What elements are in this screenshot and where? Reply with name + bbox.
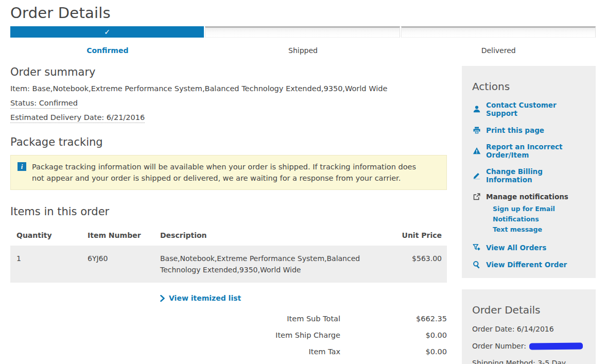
ship-charge-value: $0.00 — [340, 331, 447, 339]
email-notifications-link[interactable]: Sign up for Email Notifications — [493, 204, 585, 224]
package-tracking-heading: Package tracking — [10, 136, 447, 148]
cell-item-number: 6YJ60 — [88, 253, 160, 275]
print-this-page-link[interactable]: Print this page — [472, 126, 585, 134]
order-progress-bar: ✓ — [10, 26, 596, 38]
cell-quantity: 1 — [16, 253, 88, 275]
subtotal-row: Item Sub Total $662.35 — [10, 315, 447, 323]
tax-label: Item Tax — [308, 348, 340, 356]
check-icon: ✓ — [104, 28, 110, 36]
main-column: Order summary Item: Base,Notebook,Extrem… — [10, 66, 447, 364]
view-all-orders-link[interactable]: View All Orders — [472, 243, 585, 252]
cell-unit-price: $563.00 — [361, 253, 447, 275]
subtotal-label: Item Sub Total — [287, 315, 340, 323]
progress-labels: Confirmed Shipped Delivered — [10, 46, 596, 55]
report-incorrect-order-label: Report an Incorrect Order/Item — [486, 143, 585, 159]
col-header-quantity: Quantity — [16, 231, 88, 239]
view-itemized-list-label: View itemized list — [169, 294, 241, 302]
search-icon — [472, 260, 481, 269]
order-item-line: Item: Base,Notebook,Extreme Performance … — [10, 84, 447, 93]
manage-notifications-item: Manage notifications — [472, 192, 585, 201]
actions-heading: Actions — [472, 80, 585, 93]
items-table: Quantity Item Number Description Unit Pr… — [10, 227, 447, 283]
filter-icon — [472, 243, 481, 252]
actions-panel: Actions Contact Customer Support Print t… — [462, 66, 596, 278]
pencil-icon — [472, 171, 481, 180]
order-date-line: Order Date: 6/14/2016 — [472, 325, 585, 333]
chevron-right-icon — [160, 295, 165, 302]
warning-icon — [472, 147, 481, 155]
tax-row: Item Tax $0.00 — [10, 348, 447, 356]
order-details-panel: Order Details Order Date: 6/14/2016 Orde… — [462, 289, 596, 364]
progress-label-shipped: Shipped — [206, 46, 401, 55]
share-icon — [472, 192, 481, 201]
order-number-redaction — [529, 342, 583, 350]
view-all-orders-label: View All Orders — [486, 244, 546, 252]
view-different-order-label: View Different Order — [486, 261, 567, 269]
contact-customer-support-label: Contact Customer Support — [486, 101, 585, 117]
items-table-header: Quantity Item Number Description Unit Pr… — [10, 227, 447, 246]
order-number-label: Order Number: — [472, 342, 526, 350]
col-header-unit-price: Unit Price — [361, 231, 447, 239]
order-status-line: Status: Confirmed — [10, 99, 447, 107]
order-totals: Item Sub Total $662.35 Item Ship Charge … — [10, 315, 447, 364]
report-incorrect-order-link[interactable]: Report an Incorrect Order/Item — [472, 143, 585, 159]
package-tracking-message: Package tracking information will be ava… — [32, 161, 428, 184]
order-details-page: Order Details ✓ Confirmed Shipped Delive… — [0, 4, 606, 364]
order-summary-heading: Order summary — [10, 66, 447, 78]
progress-label-confirmed: Confirmed — [10, 46, 205, 55]
view-different-order-link[interactable]: View Different Order — [472, 260, 585, 269]
progress-label-delivered: Delivered — [401, 46, 596, 55]
change-billing-information-link[interactable]: Change Billing Information — [472, 167, 585, 184]
order-number-line: Order Number: — [472, 342, 585, 350]
col-header-item-number: Item Number — [88, 231, 160, 239]
text-message-link[interactable]: Text message — [493, 224, 585, 235]
print-this-page-label: Print this page — [486, 126, 544, 134]
progress-segment-confirmed: ✓ — [10, 26, 204, 38]
order-details-heading: Order Details — [472, 304, 585, 316]
notification-sublinks: Sign up for Email Notifications Text mes… — [472, 204, 585, 235]
shipping-method-line: Shipping Method: 3-5 Day Delivery — [472, 359, 585, 364]
page-title: Order Details — [10, 4, 596, 22]
subtotal-value: $662.35 — [340, 315, 447, 323]
table-row: 1 6YJ60 Base,Notebook,Extreme Performanc… — [10, 246, 447, 283]
progress-segment-delivered — [401, 26, 596, 38]
user-icon — [472, 105, 481, 114]
info-icon: i — [18, 162, 26, 171]
ship-charge-row: Item Ship Charge $0.00 — [10, 331, 447, 339]
col-header-description: Description — [160, 231, 361, 239]
estimated-delivery-line: Estimated Delivery Date: 6/21/2016 — [10, 113, 447, 122]
change-billing-information-label: Change Billing Information — [486, 167, 585, 184]
items-in-order-heading: Items in this order — [10, 205, 447, 218]
manage-notifications-label: Manage notifications — [486, 193, 568, 201]
contact-customer-support-link[interactable]: Contact Customer Support — [472, 101, 585, 117]
sidebar: Actions Contact Customer Support Print t… — [462, 66, 596, 364]
package-tracking-info-box: i Package tracking information will be a… — [10, 155, 447, 190]
tax-value: $0.00 — [340, 348, 447, 356]
cell-description: Base,Notebook,Extreme Performance System… — [160, 253, 361, 275]
view-itemized-list-link[interactable]: View itemized list — [160, 294, 447, 302]
printer-icon — [472, 126, 481, 134]
ship-charge-label: Item Ship Charge — [275, 331, 340, 339]
progress-segment-shipped — [205, 26, 400, 38]
